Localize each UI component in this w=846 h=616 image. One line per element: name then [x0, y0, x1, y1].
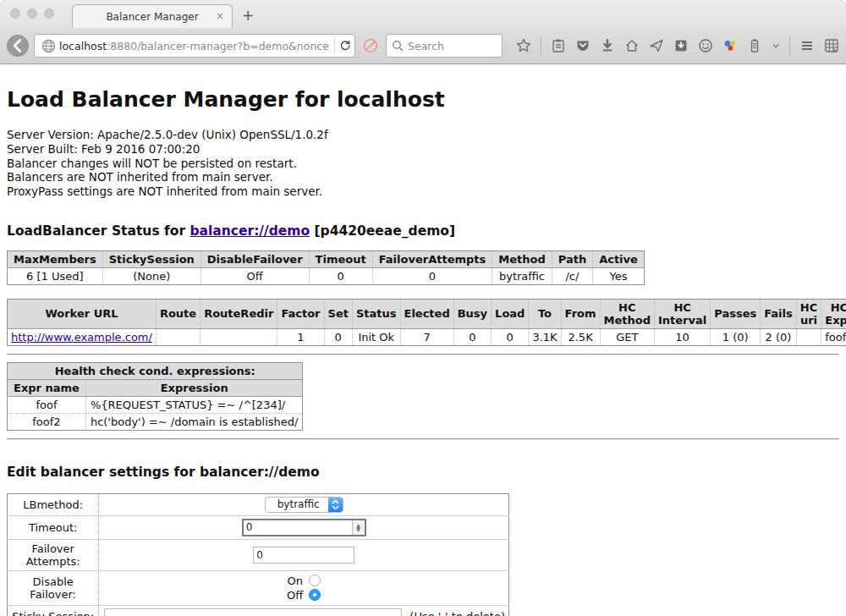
- menu-icon[interactable]: [799, 38, 815, 53]
- col-status: Status: [352, 299, 400, 328]
- worker-url-link[interactable]: http://www.example.com/: [11, 331, 152, 344]
- persist-notice-line: Balancer changes will NOT be persisted o…: [7, 157, 839, 171]
- val-set: 0: [324, 328, 352, 345]
- page-title: Load Balancer Manager for localhost: [7, 64, 839, 112]
- url-host: localhost: [59, 40, 107, 52]
- col-factor: Factor: [277, 299, 324, 328]
- tab-close-icon[interactable]: ×: [216, 10, 224, 22]
- new-tab-button[interactable]: +: [242, 7, 254, 24]
- val-route: [156, 328, 200, 345]
- back-button[interactable]: [7, 35, 29, 57]
- col-load: Load: [492, 299, 529, 328]
- health-table-title-row: Health check cond. expressions:: [8, 362, 303, 379]
- val-stickysession: (None): [102, 267, 201, 284]
- sticky-session-input[interactable]: [104, 608, 402, 616]
- reading-list-icon[interactable]: [551, 38, 566, 53]
- col-busy: Busy: [453, 299, 491, 328]
- sticky-session-row: Sticky Session: (Use '-' to delete): [8, 605, 509, 616]
- health-table-row-foof2: foof2 hc('body') =~ /domain is establish…: [8, 413, 303, 430]
- blocked-icon[interactable]: [363, 38, 378, 53]
- balancer-demo-link[interactable]: balancer://demo: [190, 223, 310, 239]
- col-method: Method: [492, 250, 552, 267]
- timeout-input[interactable]: [244, 520, 352, 535]
- server-version-line: Server Version: Apache/2.5.0-dev (Unix) …: [7, 128, 839, 142]
- timeout-label: Timeout:: [8, 515, 99, 539]
- number-spinner-icon[interactable]: ▲▼: [352, 520, 365, 535]
- search-bar[interactable]: [386, 34, 503, 58]
- grid-icon[interactable]: [824, 38, 839, 53]
- sticky-session-label: Sticky Session:: [8, 605, 99, 616]
- on-label: On: [287, 575, 302, 587]
- val-maxmembers: 6 [1 Used]: [8, 267, 103, 284]
- battery-icon[interactable]: [747, 38, 762, 53]
- traffic-lights: [10, 8, 54, 19]
- dropdown-caret-icon[interactable]: [772, 41, 780, 50]
- col-active: Active: [593, 250, 645, 267]
- col-expr-name: Expr name: [8, 379, 86, 396]
- tab-balancer-manager[interactable]: Balancer Manager ×: [72, 4, 233, 28]
- proxypass-notice-line: ProxyPass settings are NOT inherited fro…: [7, 184, 839, 199]
- lbmethod-row: LBmethod: bytraffic: [8, 493, 509, 515]
- col-timeout: Timeout: [309, 250, 372, 267]
- val-path: /c/: [552, 267, 592, 284]
- val-active: Yes: [593, 267, 645, 284]
- val-to: 3.1K: [529, 328, 561, 345]
- url-text[interactable]: localhost:8880/balancer-manager?b=demo&n…: [59, 40, 330, 52]
- col-from: From: [561, 299, 600, 328]
- expr-name-foof2: foof2: [8, 413, 86, 430]
- val-hc-interval: 10: [654, 328, 710, 345]
- send-icon[interactable]: [649, 38, 664, 53]
- zoom-window-button[interactable]: [44, 8, 54, 19]
- feedback-smiley-icon[interactable]: [698, 38, 713, 53]
- worker-status-table: Worker URL Route RouteRedir Factor Set S…: [7, 299, 846, 346]
- download-icon[interactable]: [600, 38, 615, 53]
- server-built-line: Server Built: Feb 9 2016 07:00:20: [7, 142, 839, 157]
- failover-on-radio[interactable]: [309, 575, 321, 586]
- col-hc-interval: HC Interval: [654, 299, 710, 328]
- toolbar-divider: [541, 36, 541, 55]
- health-table-title: Health check cond. expressions:: [8, 362, 303, 379]
- failover-attempts-input[interactable]: [253, 547, 354, 564]
- close-window-button[interactable]: [10, 8, 20, 19]
- col-hc-uri: HC uri: [796, 299, 821, 328]
- downloadhelper-icon[interactable]: [722, 38, 738, 53]
- lbmethod-select[interactable]: bytraffic: [265, 497, 343, 513]
- edit-settings-heading: Edit balancer settings for balancer://de…: [7, 465, 839, 480]
- col-expression: Expression: [85, 379, 303, 396]
- col-fails: Fails: [761, 299, 797, 328]
- failover-on-option: On: [102, 574, 505, 588]
- balancer-status-table: MaxMembers StickySession DisableFailover…: [7, 250, 645, 285]
- failover-off-radio[interactable]: [309, 589, 321, 601]
- val-hc-uri: [796, 328, 821, 345]
- select-stepper-icon: [328, 498, 343, 512]
- failover-attempts-label: Failover Attempts:: [8, 539, 99, 570]
- bookmark-star-icon[interactable]: [516, 38, 531, 53]
- sticky-session-hint: (Use '-' to delete): [409, 610, 505, 616]
- expr-name-foof: foof: [8, 396, 86, 413]
- home-icon[interactable]: [624, 38, 640, 53]
- lbmethod-label: LBmethod:: [8, 493, 99, 515]
- page-content: Load Balancer Manager for localhost Serv…: [0, 64, 846, 616]
- col-passes: Passes: [711, 299, 761, 328]
- col-worker-url: Worker URL: [8, 299, 157, 328]
- extension-download-icon[interactable]: [673, 38, 689, 53]
- globe-icon: [41, 39, 56, 53]
- col-path: Path: [552, 250, 592, 267]
- search-input[interactable]: [408, 40, 492, 52]
- browser-window: Balancer Manager × + localhost:8880/bala…: [0, 0, 846, 616]
- col-hc-expr: HC Expr: [821, 299, 846, 328]
- reload-icon[interactable]: [339, 38, 351, 53]
- toolbar-divider-2: [789, 36, 790, 55]
- col-set: Set: [324, 299, 352, 328]
- col-stickysession: StickySession: [102, 250, 201, 267]
- minimize-window-button[interactable]: [27, 8, 37, 19]
- val-routeredir: [201, 328, 277, 345]
- url-bar[interactable]: localhost:8880/balancer-manager?b=demo&n…: [34, 34, 355, 58]
- col-maxmembers: MaxMembers: [8, 250, 103, 267]
- nav-toolbar: localhost:8880/balancer-manager?b=demo&n…: [0, 28, 846, 64]
- pocket-icon[interactable]: [575, 38, 591, 53]
- lbmethod-selected-value: bytraffic: [266, 498, 328, 512]
- val-fails: 2 (0): [761, 328, 797, 345]
- status-heading-prefix: LoadBalancer Status for: [7, 223, 190, 239]
- loadbalancer-status-heading: LoadBalancer Status for balancer://demo …: [7, 223, 839, 239]
